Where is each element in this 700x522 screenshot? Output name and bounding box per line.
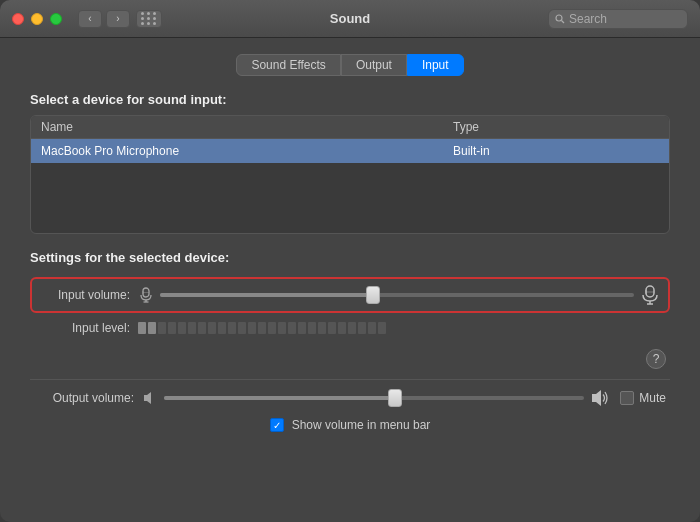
input-volume-label: Input volume: xyxy=(40,288,130,302)
input-volume-row: Input volume: xyxy=(30,277,670,313)
level-bar xyxy=(328,322,336,334)
level-bar xyxy=(158,322,166,334)
divider xyxy=(30,379,670,380)
slider-fill xyxy=(164,396,395,400)
slider-thumb[interactable] xyxy=(388,389,402,407)
level-bar xyxy=(258,322,266,334)
level-bar xyxy=(318,322,326,334)
level-bar xyxy=(248,322,256,334)
level-bar xyxy=(308,322,316,334)
mute-checkbox-box[interactable] xyxy=(620,391,634,405)
level-bar xyxy=(238,322,246,334)
menubar-label: Show volume in menu bar xyxy=(292,418,431,432)
traffic-lights xyxy=(12,13,62,25)
col-name-header: Name xyxy=(41,120,453,134)
level-bar xyxy=(178,322,186,334)
forward-button[interactable]: › xyxy=(106,10,130,28)
input-level-label: Input level: xyxy=(40,321,130,335)
col-type-header: Type xyxy=(453,120,659,134)
speaker-small-icon xyxy=(142,390,158,406)
window-title: Sound xyxy=(330,11,370,26)
level-bar xyxy=(378,322,386,334)
help-button[interactable]: ? xyxy=(646,349,666,369)
level-bar xyxy=(368,322,376,334)
svg-marker-12 xyxy=(144,392,151,404)
grid-icon xyxy=(141,12,157,25)
speaker-large-icon xyxy=(590,388,610,408)
output-volume-slider[interactable] xyxy=(164,396,584,400)
settings-section-title: Settings for the selected device: xyxy=(30,250,670,265)
slider-thumb[interactable] xyxy=(366,286,380,304)
level-bar xyxy=(348,322,356,334)
level-bar xyxy=(228,322,236,334)
mute-label: Mute xyxy=(639,391,666,405)
device-name: MacBook Pro Microphone xyxy=(41,144,453,158)
nav-buttons: ‹ › xyxy=(78,10,130,28)
content-area: Sound Effects Output Input Select a devi… xyxy=(0,38,700,522)
title-bar: ‹ › Sound Search xyxy=(0,0,700,38)
slider-fill xyxy=(160,293,373,297)
search-icon xyxy=(555,14,565,24)
output-volume-label: Output volume: xyxy=(34,391,134,405)
device-type: Built-in xyxy=(453,144,659,158)
back-button[interactable]: ‹ xyxy=(78,10,102,28)
level-bar xyxy=(288,322,296,334)
menubar-checkbox[interactable] xyxy=(270,418,284,432)
minimize-button[interactable] xyxy=(31,13,43,25)
level-bar xyxy=(148,322,156,334)
table-row[interactable]: MacBook Pro Microphone Built-in xyxy=(31,139,669,163)
help-row: ? xyxy=(30,349,670,369)
search-box[interactable]: Search xyxy=(548,9,688,29)
tab-input[interactable]: Input xyxy=(407,54,464,76)
mic-small-icon xyxy=(138,287,154,303)
search-placeholder: Search xyxy=(569,12,607,26)
level-bar xyxy=(188,322,196,334)
device-section-title: Select a device for sound input: xyxy=(30,92,670,107)
level-bar xyxy=(208,322,216,334)
tab-sound-effects[interactable]: Sound Effects xyxy=(236,54,341,76)
grid-view-button[interactable] xyxy=(136,10,162,28)
level-bar xyxy=(278,322,286,334)
maximize-button[interactable] xyxy=(50,13,62,25)
level-bars xyxy=(138,322,386,334)
input-volume-slider[interactable] xyxy=(160,293,634,297)
level-bar xyxy=(268,322,276,334)
level-bar xyxy=(358,322,366,334)
output-volume-row: Output volume: Mute xyxy=(30,388,670,408)
table-empty-space xyxy=(31,163,669,233)
close-button[interactable] xyxy=(12,13,24,25)
table-header: Name Type xyxy=(31,116,669,139)
mute-checkbox[interactable]: Mute xyxy=(620,391,666,405)
level-bar xyxy=(338,322,346,334)
tabs: Sound Effects Output Input xyxy=(30,54,670,76)
svg-marker-13 xyxy=(592,390,601,406)
menubar-row: Show volume in menu bar xyxy=(30,418,670,432)
level-bar xyxy=(198,322,206,334)
level-bar xyxy=(218,322,226,334)
level-bar xyxy=(138,322,146,334)
tab-output[interactable]: Output xyxy=(341,54,407,76)
level-bar xyxy=(298,322,306,334)
svg-point-0 xyxy=(556,15,562,21)
mic-large-icon xyxy=(640,285,660,305)
device-table: Name Type MacBook Pro Microphone Built-i… xyxy=(30,115,670,234)
input-level-row: Input level: xyxy=(30,321,670,335)
level-bar xyxy=(168,322,176,334)
svg-line-1 xyxy=(562,20,565,23)
